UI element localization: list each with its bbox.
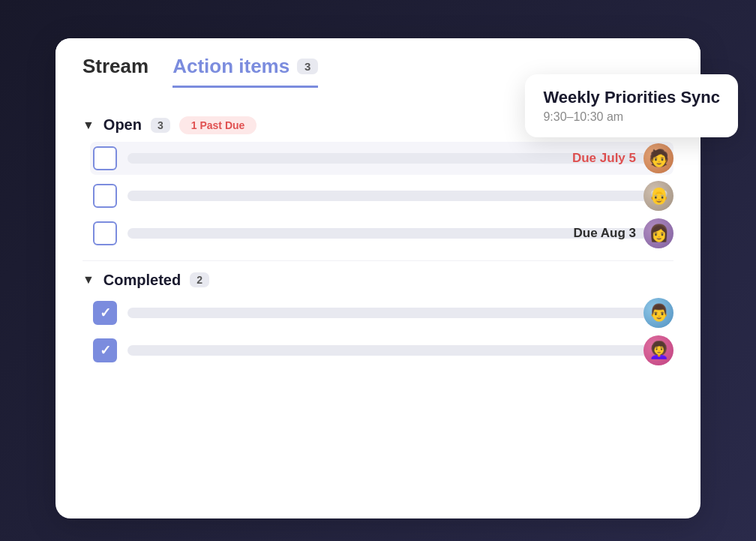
- task-1-due-label: Due July 5: [572, 151, 636, 166]
- task-4-bar: [128, 308, 670, 318]
- open-section-title: Open: [104, 116, 142, 134]
- task-1-checkbox[interactable]: [93, 146, 117, 170]
- open-chevron-icon[interactable]: ▼: [82, 119, 94, 132]
- section-divider: [82, 260, 674, 261]
- task-3-meta: Due Aug 3 👩: [574, 218, 674, 248]
- task-row: ✓ 👩‍🦱: [90, 334, 674, 367]
- checkmark-icon: ✓: [100, 306, 111, 320]
- completed-task-list: ✓ 👨 ✓: [90, 296, 674, 367]
- task-4-face-icon: 👨: [644, 298, 674, 328]
- task-2-bar: [128, 191, 670, 201]
- tooltip-title: Weekly Priorities Sync: [543, 88, 720, 107]
- task-1-avatar: 🧑: [644, 143, 674, 173]
- task-5-face-icon: 👩‍🦱: [644, 335, 674, 365]
- task-row: Due July 5 🧑: [90, 142, 674, 175]
- task-row: Due Aug 3 👩: [90, 217, 674, 250]
- open-task-list: Due July 5 🧑 👴: [90, 142, 674, 250]
- tooltip-time: 9:30–10:30 am: [543, 110, 720, 124]
- completed-section-badge: 2: [190, 272, 209, 287]
- tab-action-items-label: Action items: [172, 55, 290, 78]
- task-row: ✓ 👨: [90, 296, 674, 329]
- past-due-badge: 1 Past Due: [179, 116, 257, 134]
- app-container: Stream Action items 3 ▼ Open 3 1 Past D: [40, 23, 716, 518]
- completed-section-title: Completed: [104, 272, 181, 289]
- task-5-avatar: 👩‍🦱: [644, 335, 674, 365]
- task-2-checkbox[interactable]: [93, 184, 117, 208]
- task-3-avatar: 👩: [644, 218, 674, 248]
- tooltip-card: Weekly Priorities Sync 9:30–10:30 am: [525, 74, 738, 137]
- task-5-bar: [128, 345, 670, 356]
- task-4-checkbox[interactable]: ✓: [93, 301, 117, 325]
- tab-stream[interactable]: Stream: [82, 55, 148, 88]
- task-2-face-icon: 👴: [644, 181, 674, 211]
- task-4-avatar: 👨: [644, 298, 674, 328]
- task-5-checkbox[interactable]: ✓: [93, 338, 117, 362]
- task-4-meta: 👨: [644, 298, 674, 328]
- task-1-meta: Due July 5 🧑: [572, 143, 674, 173]
- task-2-meta: 👴: [644, 181, 674, 211]
- completed-section-header: ▼ Completed 2: [82, 272, 674, 289]
- action-items-badge: 3: [297, 59, 318, 74]
- task-2-avatar: 👴: [644, 181, 674, 211]
- open-section-badge: 3: [151, 118, 170, 133]
- tab-stream-label: Stream: [82, 55, 148, 78]
- checkmark-icon-2: ✓: [100, 344, 111, 357]
- task-3-due-label: Due Aug 3: [574, 226, 636, 241]
- task-3-checkbox[interactable]: [93, 221, 117, 245]
- task-5-meta: 👩‍🦱: [644, 335, 674, 365]
- task-3-face-icon: 👩: [644, 218, 674, 248]
- task-row: 👴: [90, 179, 674, 212]
- task-1-face-icon: 🧑: [644, 143, 674, 173]
- tab-action-items[interactable]: Action items 3: [172, 55, 318, 88]
- completed-chevron-icon[interactable]: ▼: [82, 273, 94, 287]
